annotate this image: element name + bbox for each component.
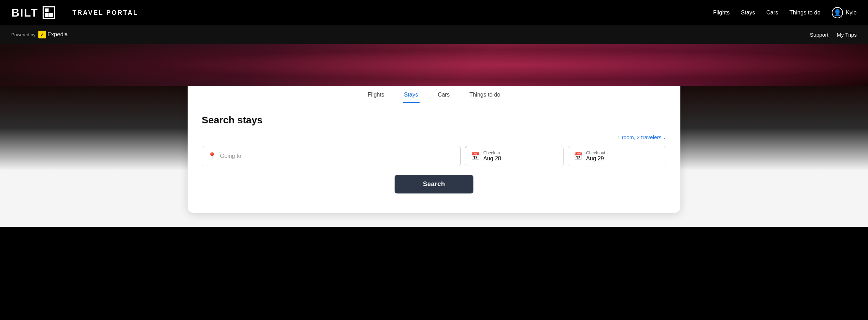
checkout-content: Check-out Aug 29	[586, 150, 605, 162]
brand-logo[interactable]: BILT	[11, 6, 55, 19]
user-avatar-icon: 👤	[832, 7, 843, 18]
checkin-value: Aug 28	[483, 155, 501, 162]
calendar-icon-checkout: 📅	[574, 152, 583, 160]
sub-nav-links: Support My Trips	[810, 32, 857, 38]
hero-banner	[0, 44, 868, 86]
search-form: Search stays 1 room, 2 travelers ⌄ 📍 📅 C…	[188, 103, 680, 208]
user-menu[interactable]: 👤 Kyle	[832, 7, 857, 18]
search-title: Search stays	[202, 115, 666, 126]
tab-things-to-do[interactable]: Things to do	[468, 87, 502, 103]
expedia-logo: ✓ Expedia	[38, 31, 68, 38]
search-fields-row: 📍 📅 Check-in Aug 28 📅 Check-out Aug 29	[202, 146, 666, 166]
nav-divider	[64, 6, 64, 20]
nav-link-flights[interactable]: Flights	[713, 10, 730, 16]
tab-cars[interactable]: Cars	[436, 87, 451, 103]
main-content: Flights Stays Cars Things to do Search s…	[0, 86, 868, 227]
chevron-down-icon: ⌄	[663, 135, 666, 140]
sub-navigation: Powered by ✓ Expedia Support My Trips	[0, 25, 868, 44]
my-trips-link[interactable]: My Trips	[837, 32, 857, 38]
portal-title: TRAVEL PORTAL	[73, 9, 138, 17]
nav-link-stays[interactable]: Stays	[741, 10, 755, 16]
expedia-badge-icon: ✓	[38, 31, 46, 38]
search-button[interactable]: Search	[395, 175, 473, 193]
powered-by-text: Powered by	[11, 32, 36, 37]
destination-field[interactable]: 📍	[202, 146, 461, 166]
travelers-selector[interactable]: 1 room, 2 travelers ⌄	[617, 134, 666, 140]
nav-link-things-to-do[interactable]: Things to do	[790, 10, 820, 16]
checkout-label: Check-out	[586, 150, 605, 155]
nav-right: Flights Stays Cars Things to do 👤 Kyle	[713, 7, 857, 18]
bilt-brand-text: BILT	[11, 7, 38, 18]
powered-by-section: Powered by ✓ Expedia	[11, 31, 68, 38]
expedia-label: Expedia	[48, 31, 68, 38]
tab-stays[interactable]: Stays	[403, 87, 420, 103]
search-button-row: Search	[202, 175, 666, 193]
checkin-content: Check-in Aug 28	[483, 150, 501, 162]
top-navigation: BILT TRAVEL PORTAL Flights Stays Cars Th…	[0, 0, 868, 25]
bilt-grid-icon	[43, 6, 55, 19]
checkout-field[interactable]: 📅 Check-out Aug 29	[568, 146, 666, 166]
search-card: Flights Stays Cars Things to do Search s…	[188, 79, 680, 213]
support-link[interactable]: Support	[810, 32, 829, 38]
checkin-field[interactable]: 📅 Check-in Aug 28	[465, 146, 564, 166]
checkout-value: Aug 29	[586, 155, 605, 162]
travelers-row: 1 room, 2 travelers ⌄	[202, 134, 666, 140]
location-pin-icon: 📍	[208, 152, 216, 160]
calendar-icon: 📅	[471, 152, 480, 160]
user-name: Kyle	[846, 10, 857, 16]
tab-flights[interactable]: Flights	[366, 87, 386, 103]
checkin-label: Check-in	[483, 150, 501, 155]
nav-link-cars[interactable]: Cars	[766, 10, 778, 16]
travelers-label: 1 room, 2 travelers	[617, 134, 661, 140]
destination-input[interactable]	[220, 153, 455, 159]
nav-left: BILT TRAVEL PORTAL	[11, 6, 138, 20]
